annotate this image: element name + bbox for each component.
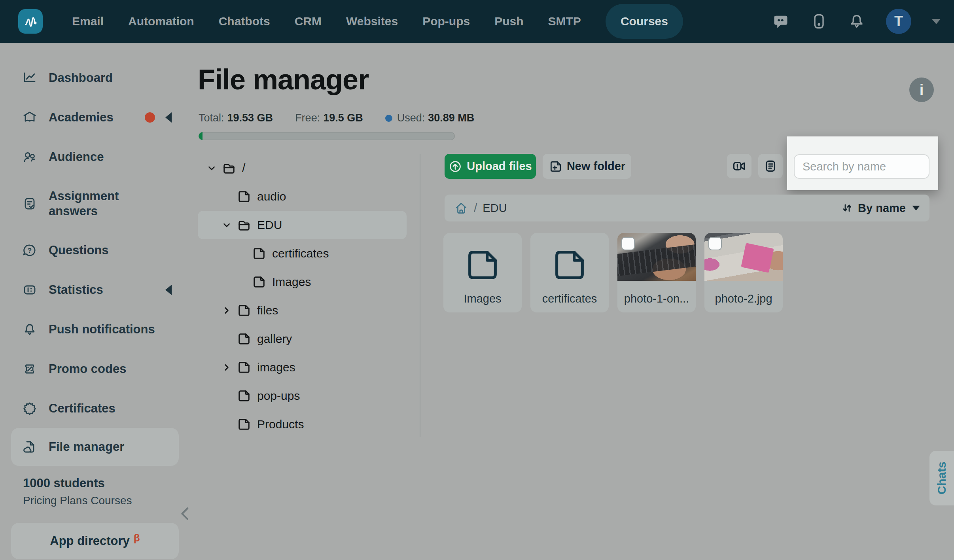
sidebar-item-academies[interactable]: Academies [0, 105, 182, 130]
folder-open-icon [221, 161, 237, 176]
chats-side-tab[interactable]: Chats [929, 451, 954, 505]
tree-item-audio[interactable]: audio [198, 182, 419, 211]
nav-item-smtp[interactable]: SMTP [548, 15, 581, 28]
file-name: certificates [530, 292, 609, 305]
free-label: Free: [295, 112, 320, 124]
page-title: File manager [198, 63, 369, 96]
tree-item-root[interactable]: / [198, 154, 419, 182]
sidebar-item-file-manager[interactable]: File manager [11, 428, 179, 466]
beta-badge: β [134, 532, 140, 544]
sidebar-item-statistics[interactable]: Statistics [0, 277, 182, 303]
collapse-triangle-icon[interactable] [165, 112, 172, 123]
chevron-down-icon[interactable] [221, 220, 232, 230]
audience-icon [22, 149, 38, 165]
nav-item-push[interactable]: Push [494, 15, 523, 28]
sidebar-item-dashboard[interactable]: Dashboard [0, 65, 182, 91]
navbar-right-controls: T [772, 9, 941, 34]
nav-item-chatbots[interactable]: Chatbots [219, 15, 270, 28]
sidebar: Dashboard Academies Audience [0, 43, 182, 560]
video-tutorial-button[interactable] [727, 154, 751, 178]
pulse-logo-icon [22, 13, 39, 30]
folder-card-certificates[interactable]: certificates [530, 233, 609, 312]
new-folder-button[interactable]: New folder [543, 154, 631, 179]
select-checkbox[interactable] [708, 237, 722, 250]
plan-info: 1000 students Pricing Plans Courses [23, 476, 132, 507]
tree-item-products[interactable]: Products [198, 410, 419, 439]
list-view-button[interactable] [758, 154, 783, 178]
chat-messages-icon[interactable] [772, 13, 789, 30]
notification-dot [145, 112, 155, 123]
brand-logo[interactable] [18, 9, 43, 34]
tree-item-files[interactable]: files [198, 296, 419, 325]
top-navbar: Email Automation Chatbots CRM Websites P… [0, 0, 954, 43]
nav-item-popups[interactable]: Pop-ups [422, 15, 470, 28]
sort-caret-icon [912, 206, 920, 210]
sidebar-item-assignment-answers[interactable]: Assignment answers [0, 184, 182, 223]
tree-item-edu[interactable]: EDU [198, 211, 407, 239]
total-value: 19.53 GB [227, 112, 273, 124]
collapse-triangle-icon[interactable] [165, 285, 172, 295]
upload-icon [449, 160, 462, 173]
primary-nav: Email Automation Chatbots CRM Websites P… [72, 4, 683, 39]
plan-subtitle[interactable]: Pricing Plans Courses [23, 494, 132, 507]
notifications-bell-icon[interactable] [848, 13, 865, 30]
plan-title: 1000 students [23, 476, 132, 490]
folder-open-icon [237, 218, 252, 233]
folder-icon [550, 243, 589, 287]
sidebar-item-push-notifications[interactable]: Push notifications [0, 317, 182, 342]
chevron-right-icon[interactable] [221, 305, 232, 316]
folder-icon [237, 417, 252, 432]
sort-dropdown[interactable]: By name [841, 202, 920, 215]
sidebar-item-promo-codes[interactable]: Promo codes [0, 356, 182, 382]
used-label: Used: [397, 112, 425, 124]
nav-item-crm[interactable]: CRM [295, 15, 322, 28]
academy-icon [22, 110, 38, 125]
info-icon[interactable]: i [909, 78, 934, 102]
folder-card-images[interactable]: Images [443, 233, 522, 312]
bell-icon [22, 322, 38, 337]
nav-item-email[interactable]: Email [72, 15, 104, 28]
app-directory-button[interactable]: App directory β [11, 523, 179, 559]
free-value: 19.5 GB [323, 112, 363, 124]
file-name: photo-1-on... [617, 292, 696, 305]
svg-text:?: ? [28, 247, 32, 254]
notes-list-icon [762, 158, 779, 174]
search-input[interactable] [794, 154, 929, 179]
sidebar-item-audience[interactable]: Audience [0, 144, 182, 170]
sidebar-item-certificates[interactable]: Certificates [0, 396, 182, 421]
tree-item-certificates[interactable]: certificates [198, 239, 419, 268]
nav-item-automation[interactable]: Automation [128, 15, 194, 28]
storage-stats: Total:19.53 GB Free:19.5 GB Used:30.89 M… [199, 112, 474, 124]
mobile-app-icon[interactable] [810, 13, 827, 30]
sidebar-item-questions[interactable]: ? Questions [0, 238, 182, 263]
image-card-photo-2[interactable]: photo-2.jpg [704, 233, 783, 312]
statistics-icon [22, 282, 38, 298]
upload-files-button[interactable]: Upload files [445, 154, 536, 179]
folder-icon [252, 246, 267, 261]
file-name: Images [443, 292, 522, 305]
nav-item-websites[interactable]: Websites [346, 15, 398, 28]
chevron-right-icon[interactable] [221, 362, 232, 373]
folder-plus-icon [549, 159, 563, 174]
breadcrumb-separator: / [474, 201, 477, 215]
tree-item-pop-ups[interactable]: pop-ups [198, 382, 419, 410]
chevron-down-icon[interactable] [206, 163, 217, 173]
select-checkbox[interactable] [621, 237, 635, 250]
file-manager-page: Email Automation Chatbots CRM Websites P… [0, 0, 954, 560]
tree-item-images-sub[interactable]: Images [198, 268, 419, 296]
nav-item-courses[interactable]: Courses [606, 4, 683, 39]
home-icon[interactable] [454, 201, 468, 215]
file-manager-icon [22, 439, 38, 455]
certificate-seal-icon [22, 401, 38, 416]
tree-item-gallery[interactable]: gallery [198, 325, 419, 353]
assignment-icon [22, 196, 38, 212]
breadcrumb-current[interactable]: EDU [483, 202, 507, 215]
image-card-photo-1[interactable]: photo-1-on... [617, 233, 696, 312]
sidebar-collapse-chevron-icon[interactable] [178, 505, 192, 522]
folder-icon [252, 274, 267, 289]
user-avatar[interactable]: T [886, 9, 911, 34]
folder-icon [237, 388, 252, 403]
tree-item-images[interactable]: images [198, 353, 419, 382]
account-menu-caret-icon[interactable] [932, 19, 941, 24]
folder-icon [237, 360, 252, 375]
